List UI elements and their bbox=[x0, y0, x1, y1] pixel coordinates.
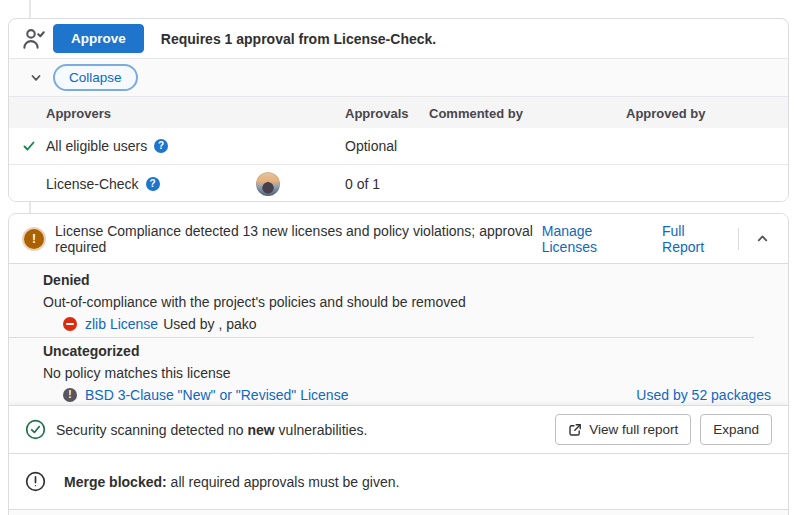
approvals-value: Optional bbox=[345, 138, 397, 154]
license-compliance-summary: License Compliance detected 13 new licen… bbox=[55, 223, 542, 255]
section-divider bbox=[9, 337, 754, 338]
uncategorized-section-title: Uncategorized bbox=[43, 343, 771, 360]
approval-requirement-text: Requires 1 approval from License-Check. bbox=[161, 31, 436, 47]
security-scanning-row: Security scanning detected no new vulner… bbox=[9, 405, 788, 453]
table-row-all-eligible-users: All eligible users ? Optional bbox=[9, 128, 788, 164]
uncategorized-section-description: No policy matches this license bbox=[43, 365, 771, 382]
approver-avatar[interactable] bbox=[256, 172, 280, 196]
view-full-report-button[interactable]: View full report bbox=[555, 414, 691, 445]
header-approved-by: Approved by bbox=[626, 105, 705, 120]
approvals-value: 0 of 1 bbox=[345, 176, 380, 192]
approvers-table-header: Approvers Approvals Commented by Approve… bbox=[9, 96, 788, 128]
alert-exclamation-icon bbox=[25, 471, 46, 492]
success-check-icon bbox=[25, 419, 46, 440]
header-approvals: Approvals bbox=[345, 105, 409, 120]
merge-blocked-text: Merge blocked: all required approvals mu… bbox=[64, 474, 399, 490]
manage-licenses-link[interactable]: Manage Licenses bbox=[542, 223, 638, 255]
denied-icon bbox=[63, 317, 77, 331]
license-item-zlib: zlib License Used by , pako bbox=[43, 315, 771, 333]
license-details-panel: Denied Out-of-compliance with the projec… bbox=[9, 263, 788, 405]
info-exclamation-icon: ! bbox=[63, 388, 77, 402]
user-approval-icon bbox=[21, 26, 47, 52]
approve-button[interactable]: Approve bbox=[53, 24, 144, 53]
check-icon bbox=[22, 139, 36, 153]
header-approvers: Approvers bbox=[46, 105, 111, 120]
approve-row: Approve Requires 1 approval from License… bbox=[9, 19, 788, 58]
security-scanning-text: Security scanning detected no new vulner… bbox=[56, 422, 367, 438]
collapse-row: Collapse bbox=[9, 58, 788, 96]
used-by-link[interactable]: Used by 52 packages bbox=[636, 387, 771, 403]
full-report-link[interactable]: Full Report bbox=[662, 223, 722, 255]
external-link-icon bbox=[568, 423, 582, 437]
header-commented-by: Commented by bbox=[429, 105, 523, 120]
chevron-down-icon[interactable] bbox=[29, 71, 43, 85]
expand-button[interactable]: Expand bbox=[700, 414, 772, 445]
license-item-bsd: ! BSD 3-Clause "New" or "Revised" Licens… bbox=[43, 386, 771, 404]
license-usage-text: Used by , pako bbox=[163, 316, 256, 332]
merge-blocked-row: Merge blocked: all required approvals mu… bbox=[9, 453, 788, 509]
approver-name: License-Check bbox=[46, 176, 139, 192]
license-compliance-header: ! License Compliance detected 13 new lic… bbox=[9, 214, 788, 263]
help-question-icon[interactable]: ? bbox=[146, 177, 160, 191]
approver-name: All eligible users bbox=[46, 138, 147, 154]
license-link[interactable]: zlib License bbox=[85, 316, 158, 332]
collapse-button[interactable]: Collapse bbox=[53, 64, 138, 91]
reports-widget: ! License Compliance detected 13 new lic… bbox=[8, 213, 789, 515]
next-section-strip bbox=[9, 509, 788, 515]
divider bbox=[738, 228, 739, 250]
help-question-icon[interactable]: ? bbox=[154, 139, 168, 153]
table-row-license-check: License-Check ? 0 of 1 bbox=[9, 164, 788, 202]
license-link[interactable]: BSD 3-Clause "New" or "Revised" License bbox=[85, 387, 348, 403]
approvals-widget: Approve Requires 1 approval from License… bbox=[8, 18, 789, 202]
timeline-connector-top bbox=[29, 0, 31, 18]
denied-section-title: Denied bbox=[43, 272, 771, 289]
warning-icon: ! bbox=[24, 229, 44, 249]
chevron-up-icon[interactable] bbox=[753, 229, 772, 248]
denied-section-description: Out-of-compliance with the project's pol… bbox=[43, 294, 771, 311]
